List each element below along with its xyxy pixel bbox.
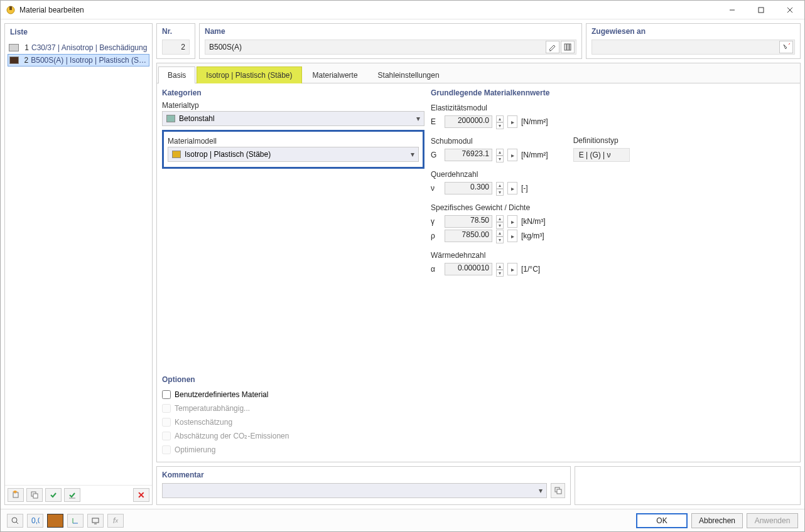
list-item-number: 2 [21,56,28,65]
nu-input[interactable]: 0.300 [445,182,492,194]
svg-rect-14 [570,44,571,50]
footer-tool-fx[interactable]: fx [107,514,124,528]
dialog-footer: 0,00 fx OK Abbrechen Anwenden [1,509,804,531]
optionen-head: Optionen [162,375,424,384]
co2-checkbox [162,432,171,440]
svg-text:✦: ✦ [12,491,18,496]
kosten-label: Kostenschätzung [175,418,232,427]
pick-button[interactable] [779,41,793,53]
user-defined-checkbox[interactable] [162,390,171,399]
tab-stahleinstellungen[interactable]: Stahleinstellungen [369,66,449,83]
nu-symbol: ν [431,184,441,193]
e-input[interactable]: 200000.0 [445,115,492,128]
kommentar-preview-box [575,466,801,505]
alpha-spinner[interactable]: ▴▾ [496,263,504,275]
cancel-button[interactable]: Abbrechen [691,513,743,528]
rho-spinner[interactable]: ▴▾ [496,230,504,242]
rho-menu-button[interactable]: ▸ [507,230,517,242]
option-kosten: Kostenschätzung [162,415,424,429]
delete-item-button[interactable]: ✕ [133,488,149,502]
definitionstyp-label: Definitionstyp [573,136,795,145]
ok-button[interactable]: OK [636,513,688,528]
nr-value[interactable]: 2 [162,40,190,55]
footer-tool-search[interactable] [7,514,23,528]
e-label: Elastizitätsmodul [431,104,548,112]
option-co2: Abschätzung der CO₂-Emissionen [162,429,424,443]
g-symbol: G [431,151,441,159]
materialmodell-dropdown[interactable]: Isotrop | Plastisch (Stäbe) ▾ [168,147,419,162]
nr-label: Nr. [157,24,195,37]
svg-rect-17 [557,489,561,494]
nu-spinner[interactable]: ▴▾ [496,182,504,194]
svg-rect-1 [9,6,12,10]
gamma-input[interactable]: 78.50 [445,215,492,228]
e-spinner[interactable]: ▴▾ [496,115,504,128]
assigned-to-box: Zugewiesen an [586,23,801,59]
copy-item-button[interactable] [26,488,43,502]
e-symbol: E [431,117,441,126]
grund-head: Grundlegende Materialkennwerte [431,88,795,97]
materialmodell-label: Materialmodell [168,137,419,146]
alpha-input[interactable]: 0.000010 [445,263,492,275]
svg-rect-12 [565,44,566,50]
kommentar-input[interactable]: ▾ [162,483,547,498]
temperature-checkbox [162,404,171,413]
edit-name-button[interactable] [546,41,559,53]
list-body: 1 C30/37 | Anisotrop | Beschädigung 2 B5… [5,39,152,485]
g-unit: [N/mm²] [521,151,548,159]
gamma-menu-button[interactable]: ▸ [507,215,517,228]
footer-tool-display[interactable] [87,514,104,528]
footer-tool-color[interactable] [47,514,63,528]
g-menu-button[interactable]: ▸ [507,149,517,161]
g-spinner[interactable]: ▴▾ [496,149,504,161]
tab-isotrop-plastisch[interactable]: Isotrop | Plastisch (Stäbe) [197,66,301,83]
maximize-button[interactable] [747,1,775,19]
rho-input[interactable]: 7850.00 [445,230,492,242]
gamma-spinner[interactable]: ▴▾ [496,215,504,228]
g-input[interactable]: 76923.1 [445,149,492,161]
e-unit: [N/mm²] [521,117,548,126]
tab-materialwerte[interactable]: Materialwerte [303,66,367,83]
list-item-label: C30/37 | Anisotrop | Beschädigung [31,43,147,52]
nu-label: Querdehnzahl [431,170,548,179]
list-item-label: B500S(A) | Isotrop | Plastisch (Stäbe) [31,56,148,65]
list-item-number: 1 [21,43,29,52]
library-button[interactable] [561,41,575,53]
definitionstyp-value[interactable]: E | (G) | ν [573,148,630,162]
chevron-down-icon: ▾ [416,114,420,123]
gamma-label: Spezifisches Gewicht / Dichte [431,203,548,212]
temperature-label: Temperaturabhängig... [175,404,250,413]
close-button[interactable] [775,1,804,19]
assigned-to-field[interactable] [592,40,795,55]
footer-tool-units[interactable]: 0,00 [27,514,43,528]
tab-basis[interactable]: Basis [158,66,195,83]
main-panel: Basis Isotrop | Plastisch (Stäbe) Materi… [156,63,801,462]
color-swatch [166,115,175,122]
list-action-1-button[interactable] [45,488,62,502]
list-item-2[interactable]: 2 B500S(A) | Isotrop | Plastisch (Stäbe) [8,54,149,66]
materialtyp-dropdown[interactable]: Betonstahl ▾ [162,111,424,126]
option-user-defined[interactable]: Benutzerdefiniertes Material [162,388,424,402]
name-field[interactable]: B500S(A) [205,40,576,55]
nr-box: Nr. 2 [156,23,195,59]
option-optimierung: Optimierung [162,443,424,457]
list-action-2-button[interactable] [64,488,80,502]
list-item-1[interactable]: 1 C30/37 | Anisotrop | Beschädigung [8,41,149,54]
kommentar-head: Kommentar [162,471,565,479]
new-item-button[interactable]: ✦ [8,488,24,502]
svg-rect-3 [759,8,764,13]
alpha-symbol: α [431,265,441,274]
option-temperature: Temperaturabhängig... [162,402,424,415]
nu-menu-button[interactable]: ▸ [507,182,517,194]
alpha-menu-button[interactable]: ▸ [507,263,517,275]
e-menu-button[interactable]: ▸ [507,115,517,128]
user-defined-label: Benutzerdefiniertes Material [175,390,268,399]
rho-symbol: ρ [431,231,441,240]
delete-icon: ✕ [138,490,145,500]
gamma-unit: [kN/m³] [521,217,546,226]
footer-tool-axes[interactable] [67,514,84,528]
kommentar-copy-button[interactable] [551,483,565,498]
minimize-button[interactable] [718,1,747,19]
list-head: Liste [5,24,152,39]
color-swatch [9,44,19,51]
